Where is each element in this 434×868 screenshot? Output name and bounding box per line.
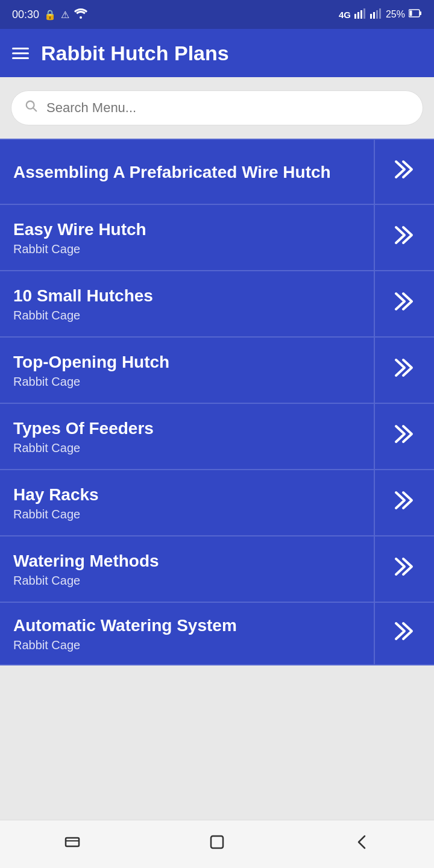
wifi-icon [74, 8, 87, 21]
menu-item-title-item-3: 10 Small Hutches [13, 285, 360, 306]
svg-rect-4 [363, 8, 365, 19]
menu-item-content-item-5: Types Of Feeders Rabbit Cage [0, 404, 374, 469]
recent-apps-button[interactable] [48, 826, 96, 863]
svg-rect-14 [66, 838, 79, 846]
status-time: 00:30 🔒 ⚠ [12, 8, 87, 21]
menu-item-arrow-item-7[interactable] [374, 536, 434, 602]
menu-item-arrow-item-4[interactable] [374, 338, 434, 403]
svg-rect-1 [354, 14, 356, 19]
menu-item-content-item-1: Assembling A Prefabricated Wire Hutch [0, 140, 374, 204]
chevron-right-icon-item-3 [392, 291, 417, 316]
status-right: 4G 25% [339, 8, 422, 21]
svg-rect-2 [357, 12, 359, 19]
menu-item-title-item-8: Automatic Watering System [13, 615, 360, 636]
menu-item-title-item-7: Watering Methods [13, 550, 360, 571]
menu-item-title-item-4: Top-Opening Hutch [13, 351, 360, 373]
search-input[interactable] [46, 100, 409, 116]
menu-item-item-8[interactable]: Automatic Watering System Rabbit Cage [0, 603, 434, 665]
menu-item-item-3[interactable]: 10 Small Hutches Rabbit Cage [0, 271, 434, 338]
menu-item-subtitle-item-8: Rabbit Cage [13, 638, 360, 652]
app-bar: Rabbit Hutch Plans [0, 29, 434, 77]
menu-item-title-item-5: Types Of Feeders [13, 418, 360, 439]
signal-icon [354, 8, 366, 21]
menu-item-item-4[interactable]: Top-Opening Hutch Rabbit Cage [0, 338, 434, 404]
home-icon [208, 833, 226, 855]
time-display: 00:30 [12, 8, 39, 21]
hamburger-menu-button[interactable] [12, 48, 29, 59]
chevron-right-icon-item-4 [392, 357, 417, 383]
search-container [0, 77, 434, 139]
menu-item-content-item-4: Top-Opening Hutch Rabbit Cage [0, 338, 374, 403]
menu-item-content-item-7: Watering Methods Rabbit Cage [0, 536, 374, 602]
search-box[interactable] [11, 90, 423, 125]
menu-item-item-1[interactable]: Assembling A Prefabricated Wire Hutch [0, 139, 434, 205]
svg-rect-10 [410, 11, 412, 16]
menu-item-title-item-2: Easy Wire Hutch [13, 219, 360, 240]
menu-item-subtitle-item-3: Rabbit Cage [13, 309, 360, 322]
menu-item-item-2[interactable]: Easy Wire Hutch Rabbit Cage [0, 205, 434, 271]
status-bar: 00:30 🔒 ⚠ 4G [0, 0, 434, 29]
svg-rect-8 [379, 8, 381, 19]
chevron-right-icon-item-8 [392, 621, 417, 646]
menu-list: Assembling A Prefabricated Wire Hutch Ea… [0, 139, 434, 820]
menu-item-arrow-item-3[interactable] [374, 271, 434, 336]
battery-percent: 25% [386, 9, 405, 20]
menu-item-title-item-6: Hay Racks [13, 484, 360, 505]
chevron-right-icon-item-5 [392, 424, 417, 449]
menu-item-arrow-item-1[interactable] [374, 140, 434, 204]
svg-point-0 [80, 16, 82, 19]
back-button[interactable] [338, 826, 386, 863]
menu-item-content-item-2: Easy Wire Hutch Rabbit Cage [0, 205, 374, 270]
menu-item-arrow-item-5[interactable] [374, 404, 434, 469]
menu-item-content-item-6: Hay Racks Rabbit Cage [0, 470, 374, 535]
menu-item-subtitle-item-5: Rabbit Cage [13, 441, 360, 455]
menu-item-item-5[interactable]: Types Of Feeders Rabbit Cage [0, 404, 434, 470]
nav-bar [0, 820, 434, 868]
menu-item-subtitle-item-6: Rabbit Cage [13, 508, 360, 521]
svg-rect-16 [211, 836, 223, 848]
menu-item-arrow-item-8[interactable] [374, 603, 434, 664]
chevron-right-icon-item-6 [392, 490, 417, 515]
menu-item-item-7[interactable]: Watering Methods Rabbit Cage [0, 536, 434, 603]
menu-item-item-6[interactable]: Hay Racks Rabbit Cage [0, 470, 434, 536]
alert-icon: ⚠ [61, 9, 69, 20]
menu-item-subtitle-item-4: Rabbit Cage [13, 375, 360, 389]
menu-item-arrow-item-6[interactable] [374, 470, 434, 535]
menu-item-title-item-1: Assembling A Prefabricated Wire Hutch [13, 162, 360, 183]
menu-item-arrow-item-2[interactable] [374, 205, 434, 270]
network-type: 4G [339, 10, 351, 20]
svg-rect-5 [370, 14, 372, 19]
menu-item-subtitle-item-2: Rabbit Cage [13, 242, 360, 256]
svg-rect-11 [420, 11, 421, 15]
home-button[interactable] [193, 826, 241, 863]
chevron-right-icon-item-2 [392, 225, 417, 250]
svg-rect-7 [376, 10, 378, 19]
menu-item-content-item-8: Automatic Watering System Rabbit Cage [0, 603, 374, 664]
recent-apps-icon [63, 833, 81, 855]
svg-line-13 [33, 108, 36, 111]
lock-icon: 🔒 [44, 9, 56, 20]
menu-item-content-item-3: 10 Small Hutches Rabbit Cage [0, 271, 374, 336]
svg-rect-6 [373, 12, 375, 19]
menu-item-subtitle-item-7: Rabbit Cage [13, 574, 360, 588]
chevron-right-icon-item-7 [392, 556, 417, 582]
battery-icon [409, 8, 422, 20]
chevron-right-icon-item-1 [392, 159, 417, 184]
signal-icon-2 [370, 8, 382, 21]
back-icon [353, 833, 371, 855]
search-icon [25, 99, 38, 116]
svg-rect-3 [360, 10, 362, 19]
app-title: Rabbit Hutch Plans [41, 42, 229, 65]
